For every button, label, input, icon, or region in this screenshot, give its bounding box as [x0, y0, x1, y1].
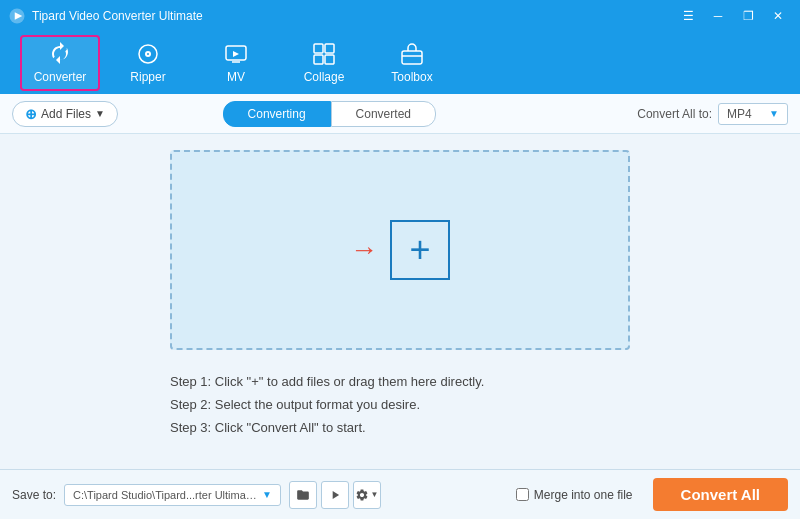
svg-point-4 — [147, 53, 149, 55]
add-files-button[interactable]: ⊕ Add Files ▼ — [12, 101, 118, 127]
gear-icon — [355, 488, 369, 502]
mv-icon — [224, 42, 248, 66]
nav-item-toolbox[interactable]: Toolbox — [372, 35, 452, 91]
arrow-right-icon: → — [350, 234, 378, 266]
title-bar-controls: ☰ ─ ❐ ✕ — [674, 6, 792, 26]
format-dropdown-arrow: ▼ — [769, 108, 779, 119]
close-btn[interactable]: ✕ — [764, 6, 792, 26]
svg-rect-7 — [314, 44, 323, 53]
convert-all-to-label: Convert All to: — [637, 107, 712, 121]
maximize-btn[interactable]: ❐ — [734, 6, 762, 26]
title-bar: Tipard Video Converter Ultimate ☰ ─ ❐ ✕ — [0, 0, 800, 32]
nav-label-toolbox: Toolbox — [391, 70, 432, 84]
settings-btn[interactable]: ☰ — [674, 6, 702, 26]
drop-zone[interactable]: → + — [170, 150, 630, 350]
nav-item-ripper[interactable]: Ripper — [108, 35, 188, 91]
merge-checkbox[interactable] — [516, 488, 529, 501]
svg-rect-9 — [314, 55, 323, 64]
nav-bar: Converter Ripper MV Collage — [0, 32, 800, 94]
play-icon-btn[interactable] — [321, 481, 349, 509]
merge-label: Merge into one file — [534, 488, 633, 502]
collage-icon — [312, 42, 336, 66]
nav-label-ripper: Ripper — [130, 70, 165, 84]
add-icon: ⊕ — [25, 106, 37, 122]
nav-label-converter: Converter — [34, 70, 87, 84]
instruction-2: Step 2: Select the output format you des… — [170, 397, 630, 412]
instruction-3: Step 3: Click "Convert All" to start. — [170, 420, 630, 435]
settings-dropdown-arrow: ▼ — [370, 490, 378, 499]
svg-rect-10 — [325, 55, 334, 64]
format-value: MP4 — [727, 107, 752, 121]
save-path-value: C:\Tipard Studio\Tipard...rter Ultimate\… — [73, 489, 258, 501]
folder-icon-btn[interactable] — [289, 481, 317, 509]
bottom-icons: ▼ — [289, 481, 381, 509]
title-bar-left: Tipard Video Converter Ultimate — [8, 7, 203, 25]
nav-item-collage[interactable]: Collage — [284, 35, 364, 91]
save-path-select[interactable]: C:\Tipard Studio\Tipard...rter Ultimate\… — [64, 484, 281, 506]
nav-label-collage: Collage — [304, 70, 345, 84]
save-path-arrow: ▼ — [262, 489, 272, 500]
save-to-label: Save to: — [12, 488, 56, 502]
svg-rect-8 — [325, 44, 334, 53]
nav-item-converter[interactable]: Converter — [20, 35, 100, 91]
nav-label-mv: MV — [227, 70, 245, 84]
plus-icon: + — [409, 229, 430, 271]
app-title: Tipard Video Converter Ultimate — [32, 9, 203, 23]
instruction-1: Step 1: Click "+" to add files or drag t… — [170, 374, 630, 389]
folder-icon — [296, 488, 310, 502]
dropdown-arrow-icon: ▼ — [95, 108, 105, 119]
convert-all-to-group: Convert All to: MP4 ▼ — [637, 103, 788, 125]
add-plus-button[interactable]: + — [390, 220, 450, 280]
converter-icon — [48, 42, 72, 66]
main-content: → + Step 1: Click "+" to add files or dr… — [0, 134, 800, 469]
merge-checkbox-group: Merge into one file — [516, 488, 633, 502]
tab-converted[interactable]: Converted — [331, 101, 436, 127]
toolbar: ⊕ Add Files ▼ Converting Converted Conve… — [0, 94, 800, 134]
toolbox-icon — [400, 42, 424, 66]
instructions: Step 1: Click "+" to add files or drag t… — [170, 374, 630, 435]
tab-group: Converting Converted — [223, 101, 436, 127]
svg-rect-11 — [402, 51, 422, 64]
nav-item-mv[interactable]: MV — [196, 35, 276, 91]
add-files-label: Add Files — [41, 107, 91, 121]
ripper-icon — [136, 42, 160, 66]
app-logo — [8, 7, 26, 25]
tab-converting[interactable]: Converting — [223, 101, 331, 127]
format-select[interactable]: MP4 ▼ — [718, 103, 788, 125]
play-icon — [328, 488, 342, 502]
settings-bottom-btn[interactable]: ▼ — [353, 481, 381, 509]
convert-all-button[interactable]: Convert All — [653, 478, 788, 511]
bottom-bar: Save to: C:\Tipard Studio\Tipard...rter … — [0, 469, 800, 519]
minimize-btn[interactable]: ─ — [704, 6, 732, 26]
